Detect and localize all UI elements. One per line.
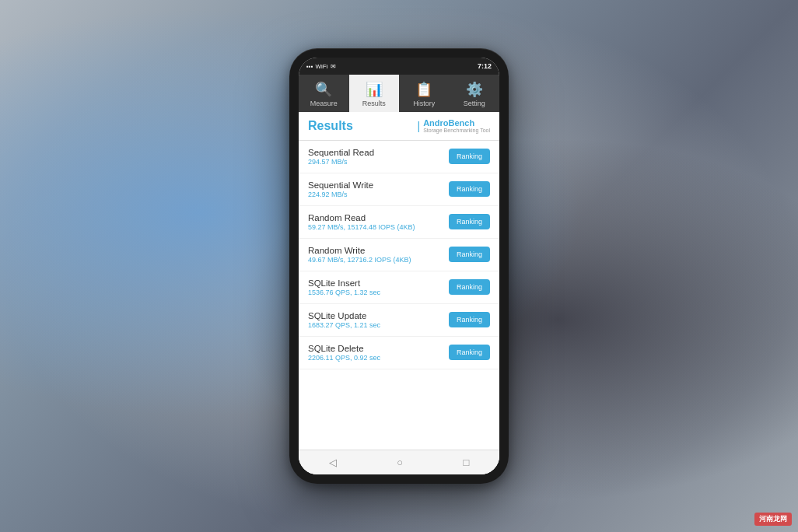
ranking-btn-1[interactable]: Ranking: [449, 181, 490, 197]
benchmark-info-0: Sequential Read 294.57 MB/s: [308, 148, 449, 166]
tab-setting-label: Setting: [464, 100, 485, 107]
benchmark-info-2: Random Read 59.27 MB/s, 15174.48 IOPS (4…: [308, 213, 449, 231]
brand-text: AndroBench Storage Benchmarking Tool: [423, 118, 490, 134]
benchmark-value-6: 2206.11 QPS, 0.92 sec: [308, 354, 449, 362]
benchmark-name-4: SQLite Insert: [308, 278, 449, 288]
benchmark-info-4: SQLite Insert 1536.76 QPS, 1.32 sec: [308, 278, 449, 296]
setting-icon: ⚙️: [466, 81, 483, 98]
ranking-btn-0[interactable]: Ranking: [449, 149, 490, 164]
benchmark-name-6: SQLite Delete: [308, 344, 449, 353]
benchmark-row-random-write: Random Write 49.67 MB/s, 12716.2 IOPS (4…: [299, 239, 499, 271]
back-button[interactable]: ◁: [329, 457, 337, 468]
benchmark-row-sequential-read: Sequential Read 294.57 MB/s Ranking: [299, 141, 499, 173]
measure-icon: 🔍: [315, 81, 332, 98]
tab-measure-label: Measure: [310, 100, 338, 107]
benchmark-row-sqlite-update: SQLite Update 1683.27 QPS, 1.21 sec Rank…: [299, 304, 499, 337]
bottom-nav: ◁ ○ □: [299, 450, 499, 474]
benchmark-info-1: Sequential Write 224.92 MB/s: [308, 180, 449, 198]
tab-measure[interactable]: 🔍 Measure: [299, 75, 349, 112]
tab-history[interactable]: 📋 History: [399, 75, 450, 112]
benchmark-row-sequential-write: Sequential Write 224.92 MB/s Ranking: [299, 173, 499, 206]
benchmark-row-sqlite-insert: SQLite Insert 1536.76 QPS, 1.32 sec Rank…: [299, 271, 499, 304]
status-icons: ▪▪▪ WiFi ✉: [306, 63, 336, 70]
benchmark-name-0: Sequential Read: [308, 148, 449, 157]
benchmark-name-5: SQLite Update: [308, 311, 449, 320]
tab-results[interactable]: 📊 Results: [349, 75, 400, 112]
benchmark-row-sqlite-delete: SQLite Delete 2206.11 QPS, 0.92 sec Rank…: [299, 337, 499, 369]
results-title: Results: [308, 119, 353, 133]
brand-logo: | AndroBench Storage Benchmarking Tool: [417, 118, 490, 134]
benchmark-row-random-read: Random Read 59.27 MB/s, 15174.48 IOPS (4…: [299, 206, 499, 239]
recents-button[interactable]: □: [463, 457, 469, 468]
signal-icon: ▪▪▪: [306, 63, 313, 70]
status-bar: ▪▪▪ WiFi ✉ 7:12: [299, 58, 499, 75]
ranking-btn-3[interactable]: Ranking: [449, 247, 490, 262]
history-icon: 📋: [415, 81, 432, 98]
phone-container: ▪▪▪ WiFi ✉ 7:12 🔍 Measure 📊 Results 📋: [289, 48, 509, 484]
wifi-icon: WiFi: [316, 63, 328, 70]
benchmark-value-4: 1536.76 QPS, 1.32 sec: [308, 289, 449, 296]
benchmark-value-5: 1683.27 QPS, 1.21 sec: [308, 321, 449, 329]
ranking-btn-6[interactable]: Ranking: [449, 345, 490, 360]
ranking-btn-4[interactable]: Ranking: [449, 279, 490, 295]
benchmark-value-3: 49.67 MB/s, 12716.2 IOPS (4KB): [308, 256, 449, 264]
ranking-btn-2[interactable]: Ranking: [449, 214, 490, 229]
benchmark-info-5: SQLite Update 1683.27 QPS, 1.21 sec: [308, 311, 449, 329]
benchmark-name-1: Sequential Write: [308, 180, 449, 190]
benchmark-value-2: 59.27 MB/s, 15174.48 IOPS (4KB): [308, 223, 449, 231]
phone-frame: ▪▪▪ WiFi ✉ 7:12 🔍 Measure 📊 Results 📋: [289, 48, 509, 484]
benchmark-name-3: Random Write: [308, 246, 449, 255]
benchmark-info-3: Random Write 49.67 MB/s, 12716.2 IOPS (4…: [308, 246, 449, 264]
tab-bar: 🔍 Measure 📊 Results 📋 History ⚙️ Setting: [299, 75, 499, 112]
tab-setting[interactable]: ⚙️ Setting: [450, 75, 500, 112]
notification-icon: ✉: [331, 63, 336, 70]
benchmark-info-6: SQLite Delete 2206.11 QPS, 0.92 sec: [308, 344, 449, 362]
home-button[interactable]: ○: [397, 457, 403, 468]
results-icon: 📊: [366, 81, 383, 98]
benchmark-list: Sequential Read 294.57 MB/s Ranking Sequ…: [299, 141, 499, 450]
benchmark-name-2: Random Read: [308, 213, 449, 222]
brand-name: AndroBench: [423, 118, 490, 128]
tab-results-label: Results: [362, 100, 386, 107]
watermark: 河南龙网: [754, 513, 792, 526]
brand-icon: |: [417, 120, 420, 132]
benchmark-value-1: 224.92 MB/s: [308, 191, 449, 198]
ranking-btn-5[interactable]: Ranking: [449, 312, 490, 327]
content-area: Results | AndroBench Storage Benchmarkin…: [299, 112, 499, 474]
status-time: 7:12: [478, 62, 492, 70]
tab-history-label: History: [413, 100, 435, 107]
phone-screen: ▪▪▪ WiFi ✉ 7:12 🔍 Measure 📊 Results 📋: [299, 58, 499, 474]
results-header: Results | AndroBench Storage Benchmarkin…: [299, 112, 499, 141]
brand-subtitle: Storage Benchmarking Tool: [423, 128, 490, 134]
benchmark-value-0: 294.57 MB/s: [308, 158, 449, 166]
